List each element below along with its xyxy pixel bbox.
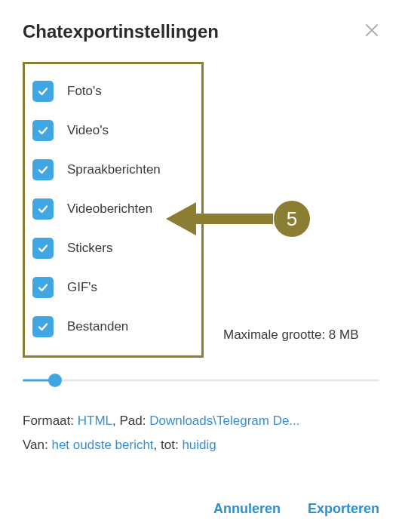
from-link[interactable]: het oudste bericht: [51, 438, 153, 452]
slider-thumb[interactable]: [48, 374, 62, 387]
export-button[interactable]: Exporteren: [308, 501, 379, 517]
path-prefix: , Pad:: [112, 414, 149, 428]
option-gifs[interactable]: GIF's: [29, 268, 191, 307]
option-video-messages[interactable]: Videoberichten: [29, 189, 191, 229]
format-link[interactable]: HTML: [78, 414, 112, 428]
option-label: GIF's: [67, 280, 97, 295]
checkbox-files[interactable]: [32, 316, 54, 337]
chat-export-settings-modal: Chatexportinstellingen Foto's Video's: [0, 0, 402, 532]
modal-title: Chatexportinstellingen: [23, 21, 219, 42]
option-videos[interactable]: Video's: [29, 111, 191, 150]
option-photos[interactable]: Foto's: [29, 72, 191, 111]
option-label: Bestanden: [67, 319, 128, 334]
option-label: Videoberichten: [67, 201, 152, 217]
option-files[interactable]: Bestanden: [29, 307, 191, 346]
export-info: Formaat: HTML, Pad: Downloads\Telegram D…: [23, 409, 379, 458]
checkbox-photos[interactable]: [32, 81, 54, 102]
cancel-button[interactable]: Annuleren: [213, 501, 281, 517]
modal-header: Chatexportinstellingen: [23, 21, 379, 42]
checkbox-voice-messages[interactable]: [32, 159, 54, 180]
checkbox-gifs[interactable]: [32, 277, 54, 298]
size-slider[interactable]: [23, 373, 379, 388]
option-stickers[interactable]: Stickers: [29, 229, 191, 268]
option-label: Stickers: [67, 241, 112, 256]
checkbox-stickers[interactable]: [32, 238, 54, 259]
to-prefix: , tot:: [154, 438, 183, 452]
format-prefix: Formaat:: [23, 414, 78, 428]
media-options-highlight-box: Foto's Video's Spraakberichten Videoberi…: [23, 62, 204, 358]
option-label: Foto's: [67, 84, 102, 99]
from-prefix: Van:: [23, 438, 51, 452]
option-label: Spraakberichten: [67, 162, 161, 177]
max-size-label: Maximale grootte: 8 MB: [223, 328, 359, 358]
path-link[interactable]: Downloads\Telegram De...: [149, 414, 299, 428]
slider-track: [23, 380, 379, 382]
to-link[interactable]: huidig: [182, 438, 216, 452]
modal-footer: Annuleren Exporteren: [213, 501, 379, 517]
option-label: Video's: [67, 123, 109, 138]
close-icon[interactable]: [364, 23, 379, 41]
option-voice-messages[interactable]: Spraakberichten: [29, 150, 191, 189]
checkbox-video-messages[interactable]: [32, 198, 54, 220]
checkbox-videos[interactable]: [32, 120, 54, 141]
